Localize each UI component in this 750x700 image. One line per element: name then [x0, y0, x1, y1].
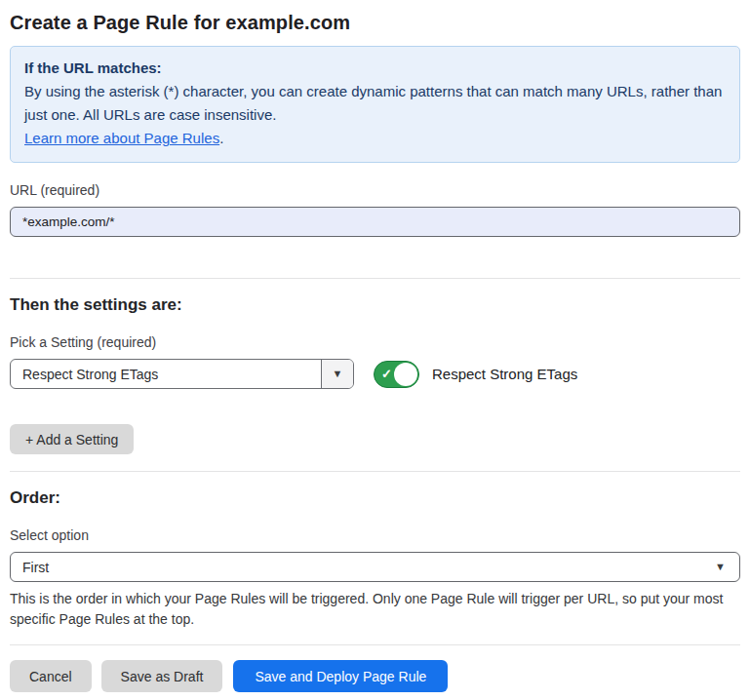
order-help-text: This is the order in which your Page Rul… [10, 589, 740, 630]
chevron-down-icon: ▼ [715, 562, 739, 572]
save-as-draft-button[interactable]: Save as Draft [101, 660, 223, 692]
url-match-info-box: If the URL matches: By using the asteris… [10, 46, 740, 163]
info-box-body: By using the asterisk (*) character, you… [24, 80, 726, 127]
settings-section-heading: Then the settings are: [10, 295, 740, 315]
add-setting-button[interactable]: + Add a Setting [10, 424, 134, 454]
toggle-label: Respect Strong ETags [432, 366, 577, 382]
info-box-heading: If the URL matches: [24, 57, 726, 80]
create-page-rule-panel: Create a Page Rule for example.com If th… [0, 0, 750, 692]
url-input[interactable] [10, 207, 740, 237]
setting-select-arrow-button[interactable]: ▼ [321, 360, 353, 388]
save-and-deploy-button[interactable]: Save and Deploy Page Rule [233, 660, 448, 692]
info-box-link-line: Learn more about Page Rules. [24, 127, 726, 150]
link-period: . [219, 130, 223, 146]
page-title: Create a Page Rule for example.com [10, 12, 740, 34]
setting-select[interactable]: Respect Strong ETags ▼ [10, 359, 354, 389]
setting-select-value: Respect Strong ETags [11, 360, 321, 388]
footer-actions: Cancel Save as Draft Save and Deploy Pag… [10, 660, 740, 692]
learn-more-link[interactable]: Learn more about Page Rules [24, 130, 219, 146]
pick-setting-label: Pick a Setting (required) [10, 334, 740, 350]
order-select[interactable]: First ▼ [10, 552, 740, 582]
url-field-label: URL (required) [10, 182, 740, 198]
divider [10, 644, 740, 645]
check-icon: ✓ [381, 367, 392, 381]
toggle-knob [394, 363, 417, 386]
divider [10, 278, 740, 279]
order-select-value: First [11, 560, 715, 575]
divider [10, 471, 740, 472]
order-section-heading: Order: [10, 488, 740, 508]
chevron-down-icon: ▼ [333, 369, 343, 379]
cancel-button[interactable]: Cancel [10, 660, 92, 692]
order-select-label: Select option [10, 527, 740, 543]
setting-row: Respect Strong ETags ▼ ✓ Respect Strong … [10, 359, 740, 389]
respect-strong-etags-toggle[interactable]: ✓ [374, 361, 419, 388]
